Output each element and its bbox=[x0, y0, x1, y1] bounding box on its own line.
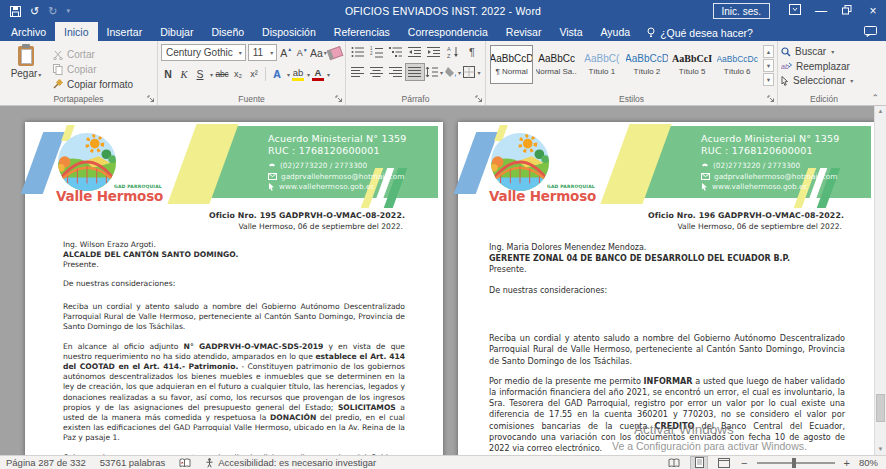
italic-button[interactable]: K bbox=[177, 66, 191, 82]
change-case-button[interactable]: Aa▾ bbox=[311, 45, 325, 61]
proofing-icon[interactable] bbox=[179, 458, 191, 468]
tab-vista[interactable]: Vista bbox=[550, 22, 591, 41]
font-size-combo[interactable]: 11▾ bbox=[248, 44, 277, 61]
select-button[interactable]: Seleccionar▾ bbox=[781, 74, 867, 88]
tab-disposicion[interactable]: Disposición bbox=[253, 22, 325, 41]
minimize-button[interactable]: — bbox=[808, 0, 834, 22]
style-titulo-1[interactable]: AaBbC( Título 1 bbox=[580, 45, 623, 84]
line-spacing-icon[interactable]: ▾ bbox=[425, 64, 443, 80]
style-normal-sa[interactable]: AaBbCc Normal Sa... bbox=[535, 45, 578, 84]
copy-icon bbox=[53, 64, 63, 75]
tab-correspondencia[interactable]: Correspondencia bbox=[399, 22, 497, 41]
font-color-dropdown-icon[interactable]: ▾ bbox=[327, 71, 330, 78]
tab-archivo[interactable]: Archivo bbox=[2, 22, 55, 41]
ribbon-display-options-icon[interactable] bbox=[782, 0, 808, 22]
paste-button[interactable]: Pegar▾ bbox=[3, 44, 49, 92]
find-button[interactable]: Buscar▾ bbox=[781, 45, 867, 59]
close-button[interactable]: × bbox=[860, 0, 886, 22]
zoom-in-icon[interactable]: + bbox=[844, 458, 850, 468]
feedback-icon[interactable] bbox=[864, 26, 877, 37]
copy-button[interactable]: Copiar bbox=[53, 63, 133, 76]
tab-dibujar[interactable]: Dibujar bbox=[151, 22, 202, 41]
sort-icon[interactable]: AZ bbox=[444, 44, 462, 60]
bullets-icon[interactable] bbox=[349, 44, 367, 60]
save-icon[interactable] bbox=[10, 6, 21, 17]
strikethrough-button[interactable]: abc bbox=[215, 66, 229, 82]
word-window: ↺ ↻ ▾ OFICIOS ENVIADOS INST. 2022 - Word… bbox=[0, 0, 886, 469]
styles-gallery-more-icon[interactable]: ▼ bbox=[763, 73, 774, 86]
style-normal[interactable]: AaBbCcD ¶ Normal bbox=[490, 45, 533, 84]
word-count[interactable]: 53761 palabras bbox=[100, 457, 166, 468]
zoom-level[interactable]: 80% bbox=[859, 457, 878, 468]
underline-dropdown-icon[interactable]: ▾ bbox=[210, 71, 213, 78]
salutation: De nuestras consideraciones: bbox=[489, 286, 845, 297]
font-name-combo[interactable]: Century Gothic▾ bbox=[161, 44, 246, 61]
style-titulo-6[interactable]: AaBbCcDc Título 6 bbox=[716, 45, 759, 84]
phone-icon bbox=[701, 162, 709, 170]
subscript-button[interactable]: x₂ bbox=[231, 66, 245, 82]
restore-button[interactable] bbox=[834, 0, 860, 22]
tell-me-box[interactable]: ¿Qué desea hacer? bbox=[639, 22, 761, 41]
acuerdo-line: Acuerdo Ministerial N° 1359 bbox=[701, 133, 840, 145]
page-1[interactable]: Valle Hermoso GAD PARROQUIAL Acuerdo Min… bbox=[25, 122, 443, 455]
highlight-dropdown-icon[interactable]: ▾ bbox=[307, 71, 310, 78]
undo-icon[interactable]: ↺ bbox=[30, 5, 39, 18]
align-left-icon[interactable] bbox=[349, 64, 367, 80]
accessibility-status[interactable]: Accesibilidad: es necesario investigar bbox=[205, 457, 376, 468]
format-painter-button[interactable]: Copiar formato bbox=[53, 78, 133, 91]
borders-icon[interactable]: ▾ bbox=[463, 64, 481, 80]
clipboard-group-label: Portapapeles bbox=[0, 94, 157, 104]
align-right-icon[interactable] bbox=[387, 64, 405, 80]
customize-qat-icon[interactable]: ▾ bbox=[66, 7, 70, 15]
read-mode-icon[interactable] bbox=[666, 457, 682, 469]
superscript-button[interactable]: x² bbox=[247, 66, 261, 82]
decrease-indent-icon[interactable] bbox=[406, 44, 424, 60]
web-layout-icon[interactable] bbox=[716, 457, 732, 469]
increase-indent-icon[interactable] bbox=[425, 44, 443, 60]
styles-scroll-down-icon[interactable]: ▼ bbox=[763, 59, 774, 72]
tab-diseno[interactable]: Diseño bbox=[202, 22, 253, 41]
paragraph: Reciba un cordial y atento saludo a nomb… bbox=[63, 302, 405, 333]
tab-inicio[interactable]: Inicio bbox=[55, 22, 98, 41]
svg-text:A: A bbox=[447, 46, 451, 52]
collapse-ribbon-icon[interactable]: ⌃ bbox=[871, 93, 879, 103]
scroll-down-icon[interactable]: ▼ bbox=[875, 444, 886, 455]
font-color-button[interactable]: A bbox=[312, 68, 324, 81]
vertical-scrollbar[interactable]: ▲ ▼ bbox=[874, 106, 886, 455]
highlight-button[interactable]: ab bbox=[292, 68, 304, 81]
zoom-slider-thumb[interactable] bbox=[792, 458, 796, 468]
page-2[interactable]: Valle Hermoso GAD PARROQUIAL Acuerdo Min… bbox=[458, 122, 876, 455]
replace-button[interactable]: ab Reemplazar bbox=[781, 60, 867, 74]
multilevel-list-icon[interactable] bbox=[387, 44, 405, 60]
text-effects-dropdown-icon[interactable]: ▾ bbox=[287, 71, 290, 78]
document-canvas[interactable]: Valle Hermoso GAD PARROQUIAL Acuerdo Min… bbox=[0, 106, 886, 455]
numbering-icon[interactable]: 12 bbox=[368, 44, 386, 60]
tab-insertar[interactable]: Insertar bbox=[98, 22, 152, 41]
sign-in-button[interactable]: Inic. ses. bbox=[713, 3, 770, 19]
style-titulo-2[interactable]: AaBbCcD Título 2 bbox=[625, 45, 668, 84]
print-layout-icon[interactable] bbox=[691, 457, 707, 469]
styles-scroll-up-icon[interactable]: ▲ bbox=[763, 45, 774, 58]
justify-icon[interactable] bbox=[406, 64, 424, 80]
tab-referencias[interactable]: Referencias bbox=[325, 22, 399, 41]
zoom-out-icon[interactable]: − bbox=[741, 458, 747, 468]
clear-formatting-icon[interactable] bbox=[328, 45, 342, 61]
underline-button[interactable]: S bbox=[193, 66, 207, 82]
redo-icon[interactable]: ↻ bbox=[48, 5, 57, 18]
grow-font-button[interactable]: A▲ bbox=[279, 45, 293, 61]
text-effects-button[interactable]: A bbox=[270, 66, 284, 82]
scrollbar-thumb[interactable] bbox=[876, 394, 885, 422]
tab-ayuda[interactable]: Ayuda bbox=[592, 22, 640, 41]
cut-button[interactable]: Cortar bbox=[53, 48, 133, 61]
scroll-up-icon[interactable]: ▲ bbox=[875, 106, 886, 117]
style-titulo-5[interactable]: AaBbCcI Título 5 bbox=[671, 45, 714, 84]
align-center-icon[interactable] bbox=[368, 64, 386, 80]
gad-valle-hermoso-logo bbox=[487, 131, 553, 193]
tab-revisar[interactable]: Revisar bbox=[497, 22, 551, 41]
shrink-font-button[interactable]: A▼ bbox=[295, 45, 309, 61]
bold-button[interactable]: N bbox=[161, 66, 175, 82]
shading-icon[interactable]: ▾ bbox=[444, 64, 462, 80]
pilcrow-icon[interactable]: ¶ bbox=[463, 44, 481, 60]
zoom-slider[interactable] bbox=[757, 462, 835, 464]
page-indicator[interactable]: Página 287 de 332 bbox=[6, 457, 86, 468]
